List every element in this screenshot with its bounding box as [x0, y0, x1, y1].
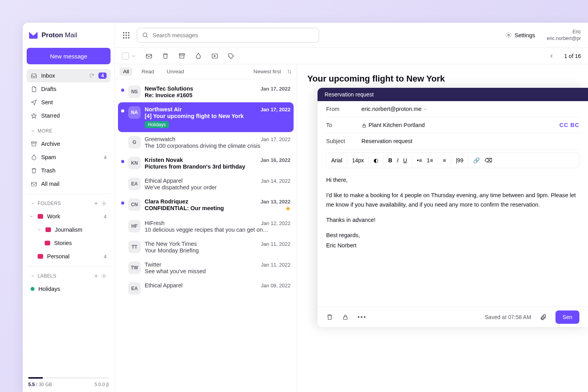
nav-archive[interactable]: Archive [27, 137, 111, 151]
svg-rect-15 [146, 54, 152, 58]
message-date: Jan 13, 2022 [260, 199, 290, 205]
sort-icon[interactable] [287, 69, 292, 74]
discard-icon[interactable] [326, 314, 333, 321]
from-value: eric.norbert@proton.me [361, 106, 421, 112]
labels-section[interactable]: LABELS [27, 270, 111, 282]
message-from: Northwest Air [145, 106, 182, 113]
logo[interactable]: Proton Mail [23, 23, 114, 48]
nav-trash[interactable]: Trash [27, 164, 111, 177]
gear-icon[interactable] [101, 201, 107, 206]
nav-drafts[interactable]: Drafts [27, 82, 111, 96]
message-date: Jan 12, 2022 [261, 220, 290, 226]
composer-from-field[interactable]: From eric.norbert@proton.me [326, 101, 579, 117]
filter-unread[interactable]: Unread [163, 67, 187, 76]
nav-inbox[interactable]: Inbox 4 [27, 69, 111, 82]
nav-starred[interactable]: Starred [27, 109, 111, 122]
attach-icon[interactable] [540, 314, 547, 321]
lock-icon [361, 123, 367, 128]
message-row[interactable]: NANorthwest AirJan 17, 2022[4] Your upco… [118, 102, 294, 132]
section-label: FOLDERS [38, 201, 61, 206]
brand-name: Proton [42, 31, 63, 39]
spam-icon[interactable] [195, 53, 202, 60]
refresh-icon[interactable] [89, 73, 94, 78]
archive-icon [31, 141, 37, 147]
gear-icon [505, 32, 512, 38]
composer-subject-field[interactable]: Subject Reservation request [326, 133, 579, 149]
label-holidays[interactable]: Holidays [27, 282, 111, 296]
move-icon[interactable] [211, 53, 218, 60]
new-message-button[interactable]: New message [27, 48, 111, 64]
message-date: Jan 16, 2022 [260, 157, 290, 163]
bold-icon[interactable]: B [388, 157, 392, 163]
message-row[interactable]: NSNewTec SolutionsJan 17, 2022Re: Invoic… [118, 82, 294, 102]
font-family-select[interactable]: Arial [331, 157, 342, 163]
message-row[interactable]: HFHiFreshJan 12, 202210 delicious veggie… [118, 216, 294, 237]
nav-spam[interactable]: Spam4 [27, 151, 111, 164]
message-row[interactable]: TWTwitterJan 11, 2022See what you've mis… [118, 258, 294, 278]
folder-journalism[interactable]: Journalism [27, 223, 111, 236]
nav-more[interactable]: MORE [27, 125, 111, 137]
composer-titlebar[interactable]: Reservation request [318, 88, 588, 101]
align-icon[interactable]: ≡ [443, 157, 446, 163]
quote-icon[interactable]: |99 [456, 157, 463, 163]
message-row[interactable]: EAEthical ApparelJan 14, 2022We've dispa… [118, 174, 294, 194]
more-icon[interactable]: ••• [358, 314, 367, 321]
bullet-list-icon[interactable]: •≡ [417, 157, 422, 163]
settings-label: Settings [515, 32, 535, 38]
nav-allmail[interactable]: All mail [27, 177, 111, 191]
message-row[interactable]: KNKristen NovakJan 16, 2022Pictures from… [118, 153, 294, 174]
color-icon[interactable]: ◐ [374, 157, 378, 163]
pager-info: 1 of 16 [564, 53, 581, 59]
account-info[interactable]: Ericeric.norbert@pr [547, 29, 581, 42]
underline-icon[interactable]: U [403, 157, 407, 163]
folders-section[interactable]: FOLDERS [27, 197, 111, 210]
filter-all[interactable]: All [120, 67, 132, 76]
composer-body[interactable]: Hi there, I'd like to make a booking for… [318, 168, 588, 307]
select-all[interactable] [122, 53, 136, 60]
folder-work[interactable]: Work4 [27, 210, 111, 223]
svg-point-5 [125, 32, 127, 33]
svg-rect-1 [31, 182, 36, 186]
app-grid-icon[interactable] [122, 31, 131, 40]
font-size-select[interactable]: 14px [352, 157, 364, 163]
archive-icon[interactable] [178, 53, 185, 60]
message-subject: CONFIDENTIAL: Our meeting★ [145, 205, 290, 212]
filter-read[interactable]: Read [138, 67, 158, 76]
message-row[interactable]: TTThe New York TimesJan 11, 2022Your Mon… [118, 237, 294, 258]
message-row[interactable]: EAEthical ApparelJan 09, 2022 [118, 278, 294, 299]
number-list-icon[interactable]: 1≡ [427, 157, 433, 163]
sort-toggle[interactable]: Newest first [253, 69, 281, 74]
message-subject: Pictures from Brandon's 3rd birthday [145, 163, 290, 170]
message-from: Clara Rodriquez [145, 198, 188, 205]
cc-toggle[interactable]: CC BC [559, 122, 579, 128]
mark-read-icon[interactable] [145, 53, 152, 60]
message-row[interactable]: GGreenwatchJan 17, 2022The 100 corporati… [118, 132, 294, 153]
svg-point-3 [103, 275, 105, 277]
label-name: Holidays [38, 286, 60, 292]
message-subject: The 100 corporations driving the climate… [145, 143, 290, 149]
clear-format-icon[interactable]: ⌫ [485, 157, 492, 163]
plus-icon[interactable] [93, 201, 99, 206]
label-icon[interactable] [228, 53, 235, 60]
inbox-badge: 4 [98, 73, 107, 79]
composer-to-field[interactable]: To Plant Kitchen Portland CC BC [326, 117, 579, 133]
delete-icon[interactable] [162, 53, 169, 60]
italic-icon[interactable]: I [397, 157, 399, 163]
search-box[interactable] [137, 28, 319, 43]
folder-personal[interactable]: Personal4 [27, 250, 111, 263]
plus-icon[interactable] [93, 273, 99, 279]
star-icon[interactable]: ★ [285, 205, 290, 212]
encryption-icon[interactable] [342, 314, 349, 321]
body-line: Thanks in advance! [326, 215, 579, 225]
nav-sent[interactable]: Sent [27, 96, 111, 109]
saved-status: Saved at 07:58 AM [485, 314, 531, 320]
settings-link[interactable]: Settings [505, 32, 535, 38]
search-input[interactable] [152, 32, 314, 38]
prev-page-icon[interactable] [548, 53, 555, 59]
gear-icon[interactable] [101, 273, 107, 279]
send-button[interactable]: Sen [555, 310, 579, 324]
folder-stories[interactable]: Stories [27, 236, 111, 250]
avatar: NS [128, 85, 141, 98]
message-row[interactable]: CNClara RodriquezJan 13, 2022CONFIDENTIA… [118, 194, 294, 216]
link-icon[interactable]: 🔗 [473, 157, 480, 163]
